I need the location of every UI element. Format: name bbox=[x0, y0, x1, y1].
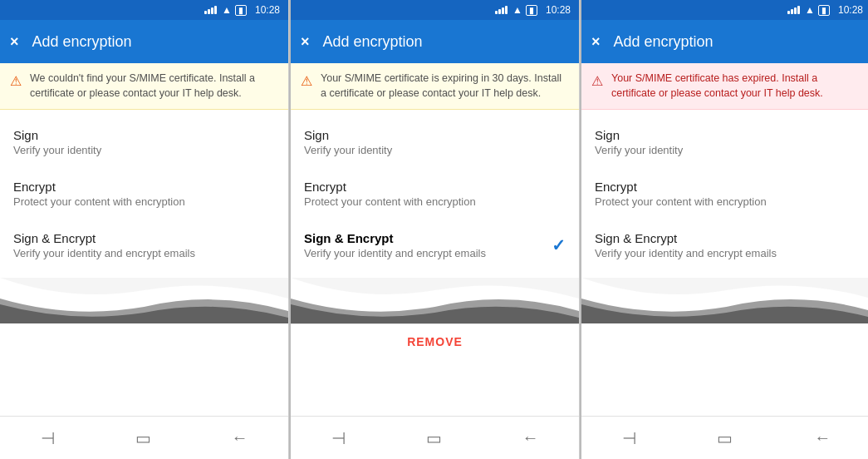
mobile-signal-icon bbox=[495, 6, 508, 14]
alert-banner: ⚠ Your S/MIME certificate has expired. I… bbox=[581, 63, 868, 110]
close-button[interactable]: × bbox=[10, 34, 19, 49]
status-icons: ▲ ▮ 10:28 bbox=[787, 4, 863, 16]
menu-item-title: Sign bbox=[595, 128, 858, 142]
time-display: 10:28 bbox=[255, 4, 280, 16]
menu-item-2[interactable]: Encrypt Protect your content with encryp… bbox=[581, 168, 868, 220]
back-icon[interactable]: ← bbox=[814, 428, 831, 447]
menu-list: Sign Verify your identity Encrypt Protec… bbox=[291, 110, 579, 278]
battery-icon: ▮ bbox=[526, 5, 537, 16]
menu-item-1[interactable]: Sign Verify your identity bbox=[291, 116, 579, 168]
back-icon[interactable]: ← bbox=[522, 428, 539, 447]
alert-banner: ⚠ We couldn't find your S/MIME certifica… bbox=[0, 63, 288, 110]
mobile-signal-icon bbox=[787, 6, 800, 14]
remove-button[interactable]: REMOVE bbox=[407, 335, 463, 348]
phone-panel-1: ▲ ▮ 10:28 × Add encryption ⚠ We couldn't… bbox=[0, 0, 289, 459]
menu-item-subtitle: Protect your content with encryption bbox=[13, 195, 275, 208]
wave-svg bbox=[581, 278, 868, 323]
menu-item-subtitle: Protect your content with encryption bbox=[595, 195, 858, 208]
wave-svg bbox=[0, 278, 288, 323]
alert-text: Your S/MIME certificate has expired. Ins… bbox=[611, 72, 861, 101]
app-header: × Add encryption bbox=[581, 20, 868, 63]
wave-svg bbox=[291, 278, 579, 323]
menu-item-subtitle: Verify your identity and encrypt emails bbox=[595, 247, 858, 259]
time-display: 10:28 bbox=[546, 4, 571, 16]
alert-icon: ⚠ bbox=[301, 72, 312, 91]
wifi-icon: ▲ bbox=[512, 4, 522, 16]
menu-item-title: Sign & Encrypt bbox=[595, 231, 858, 245]
app-header: × Add encryption bbox=[291, 20, 579, 63]
recent-apps-icon[interactable]: ⊣ bbox=[331, 428, 346, 448]
menu-item-1[interactable]: Sign Verify your identity bbox=[0, 116, 288, 168]
menu-item-3[interactable]: Sign & Encrypt Verify your identity and … bbox=[291, 220, 579, 271]
phone-panel-2: ▲ ▮ 10:28 × Add encryption ⚠ Your S/MIME… bbox=[291, 0, 580, 459]
home-icon[interactable]: ▭ bbox=[135, 428, 151, 448]
alert-icon: ⚠ bbox=[10, 72, 22, 91]
header-title: Add encryption bbox=[32, 33, 132, 51]
spacer bbox=[0, 323, 288, 416]
close-button[interactable]: × bbox=[591, 34, 601, 49]
recent-apps-icon[interactable]: ⊣ bbox=[41, 428, 55, 448]
wave-divider bbox=[0, 278, 288, 323]
recent-apps-icon[interactable]: ⊣ bbox=[622, 428, 636, 448]
back-icon[interactable]: ← bbox=[232, 428, 248, 447]
menu-item-title: Encrypt bbox=[595, 180, 858, 194]
home-icon[interactable]: ▭ bbox=[426, 428, 442, 448]
alert-text: Your S/MIME certificate is expiring in 3… bbox=[321, 72, 569, 101]
status-bar: ▲ ▮ 10:28 bbox=[0, 0, 288, 20]
menu-item-subtitle: Verify your identity and encrypt emails bbox=[304, 247, 566, 259]
remove-section: REMOVE bbox=[291, 323, 579, 359]
wifi-icon: ▲ bbox=[805, 4, 815, 16]
menu-item-title: Sign & Encrypt bbox=[13, 231, 275, 245]
bottom-nav: ⊣▭← bbox=[0, 416, 288, 459]
mobile-signal-icon bbox=[204, 6, 217, 14]
checkmark-icon: ✓ bbox=[552, 235, 566, 255]
time-display: 10:28 bbox=[838, 4, 863, 16]
wave-divider bbox=[581, 278, 868, 323]
home-icon[interactable]: ▭ bbox=[717, 428, 733, 448]
app-header: × Add encryption bbox=[0, 20, 288, 63]
header-title: Add encryption bbox=[614, 33, 714, 51]
spacer bbox=[291, 359, 579, 416]
battery-icon: ▮ bbox=[818, 5, 830, 16]
status-bar: ▲ ▮ 10:28 bbox=[291, 0, 579, 20]
menu-item-2[interactable]: Encrypt Protect your content with encryp… bbox=[291, 168, 579, 220]
menu-item-subtitle: Verify your identity bbox=[595, 144, 858, 156]
menu-item-1[interactable]: Sign Verify your identity bbox=[581, 116, 868, 168]
menu-item-3[interactable]: Sign & Encrypt Verify your identity and … bbox=[0, 220, 288, 271]
status-bar: ▲ ▮ 10:28 bbox=[581, 0, 868, 20]
menu-item-subtitle: Protect your content with encryption bbox=[304, 195, 566, 208]
menu-list: Sign Verify your identity Encrypt Protec… bbox=[581, 110, 868, 278]
phone-panel-3: ▲ ▮ 10:28 × Add encryption ⚠ Your S/MIME… bbox=[581, 0, 868, 459]
header-title: Add encryption bbox=[323, 33, 423, 51]
spacer bbox=[581, 323, 868, 416]
status-icons: ▲ ▮ 10:28 bbox=[495, 4, 571, 16]
menu-item-subtitle: Verify your identity bbox=[13, 144, 275, 156]
alert-text: We couldn't find your S/MIME certificate… bbox=[30, 72, 278, 101]
status-icons: ▲ ▮ 10:28 bbox=[204, 4, 280, 16]
menu-item-subtitle: Verify your identity and encrypt emails bbox=[13, 247, 275, 259]
menu-item-title: Encrypt bbox=[13, 180, 275, 194]
menu-item-3[interactable]: Sign & Encrypt Verify your identity and … bbox=[581, 220, 868, 271]
alert-banner: ⚠ Your S/MIME certificate is expiring in… bbox=[291, 63, 579, 110]
wave-divider bbox=[291, 278, 579, 323]
menu-item-subtitle: Verify your identity bbox=[304, 144, 566, 156]
menu-list: Sign Verify your identity Encrypt Protec… bbox=[0, 110, 288, 278]
bottom-nav: ⊣▭← bbox=[581, 416, 868, 459]
bottom-nav: ⊣▭← bbox=[291, 416, 579, 459]
battery-icon: ▮ bbox=[235, 5, 247, 16]
close-button[interactable]: × bbox=[301, 34, 310, 49]
alert-icon: ⚠ bbox=[591, 72, 603, 91]
menu-item-2[interactable]: Encrypt Protect your content with encryp… bbox=[0, 168, 288, 220]
menu-item-title: Sign bbox=[304, 128, 566, 142]
menu-item-title: Sign bbox=[13, 128, 275, 142]
menu-item-title: Encrypt bbox=[304, 180, 566, 194]
menu-item-title: Sign & Encrypt bbox=[304, 231, 566, 245]
wifi-icon: ▲ bbox=[222, 4, 232, 16]
